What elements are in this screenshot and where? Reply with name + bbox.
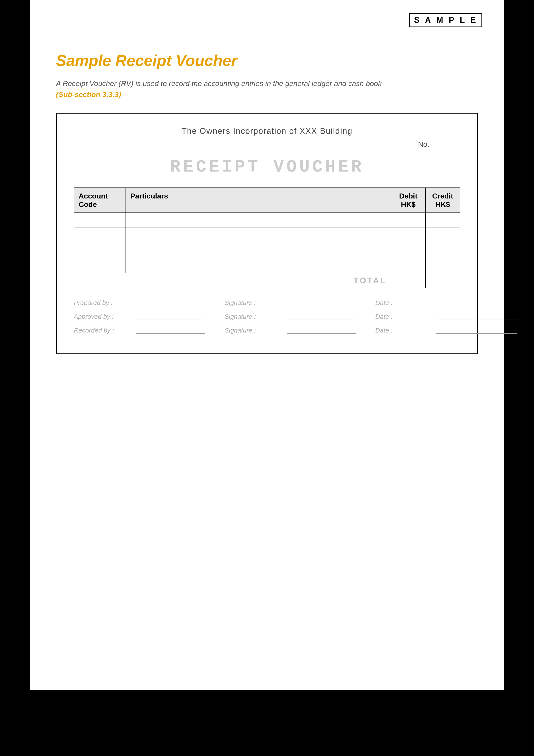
- table-row: [74, 243, 460, 258]
- voucher-number: No. ______: [74, 140, 460, 148]
- prepared-by-label: Prepared by :: [74, 299, 130, 307]
- cell-debit-2: [391, 228, 425, 243]
- total-debit: [391, 273, 425, 288]
- cell-credit-2: [425, 228, 460, 243]
- cell-debit-3: [391, 243, 425, 258]
- table-row: [74, 228, 460, 243]
- recorded-by-group: Recorded by :: [74, 327, 212, 334]
- sample-stamp: S A M P L E: [409, 13, 482, 27]
- total-row: TOTAL: [74, 273, 460, 288]
- prepared-date-label: Date :: [375, 299, 431, 307]
- table-row: [74, 258, 460, 273]
- th-credit: CreditHK$: [425, 188, 460, 213]
- recorded-signature-label: Signature :: [225, 327, 281, 334]
- signature-row-recorded: Recorded by : Signature : Date :: [74, 327, 460, 334]
- th-particulars: Particulars: [126, 188, 391, 213]
- approved-date-underline: [436, 313, 518, 320]
- table-header-row: Account Code Particulars DebitHK$ Credit…: [74, 188, 460, 213]
- total-label: TOTAL: [74, 273, 391, 288]
- total-credit: [425, 273, 460, 288]
- cell-particulars-2: [126, 228, 391, 243]
- prepared-signature-label: Signature :: [225, 299, 281, 307]
- voucher-title: RECEIPT VOUCHER: [74, 157, 460, 177]
- description-main: A Receipt Voucher (RV) is used to record…: [56, 79, 382, 88]
- signature-area: Prepared by : Signature : Date : Approve…: [74, 299, 460, 334]
- approved-signature-group: Signature :: [225, 313, 362, 320]
- cell-credit-4: [425, 258, 460, 273]
- cell-account-code-3: [74, 243, 126, 258]
- approved-by-underline: [136, 313, 205, 320]
- prepared-by-group: Prepared by :: [74, 299, 212, 307]
- approved-signature-underline: [287, 313, 356, 320]
- cell-particulars-3: [126, 243, 391, 258]
- page: S A M P L E Sample Receipt Voucher A Rec…: [30, 0, 504, 689]
- recorded-signature-group: Signature :: [225, 327, 362, 334]
- voucher-table: Account Code Particulars DebitHK$ Credit…: [74, 187, 460, 288]
- recorded-signature-underline: [287, 327, 356, 334]
- table-row: [74, 213, 460, 228]
- prepared-date-underline: [436, 300, 518, 306]
- description-highlight: (Sub-section 3.3.3): [56, 90, 121, 98]
- approved-date-group: Date :: [375, 313, 518, 320]
- voucher-box: The Owners Incorporation of XXX Building…: [56, 113, 478, 354]
- prepared-signature-group: Signature :: [225, 299, 362, 307]
- cell-particulars-4: [126, 258, 391, 273]
- approved-date-label: Date :: [375, 313, 431, 320]
- cell-account-code-4: [74, 258, 126, 273]
- org-name: The Owners Incorporation of XXX Building: [74, 126, 460, 136]
- signature-row-prepared: Prepared by : Signature : Date :: [74, 299, 460, 307]
- cell-particulars-1: [126, 213, 391, 228]
- approved-by-label: Approved by :: [74, 313, 130, 320]
- recorded-by-label: Recorded by :: [74, 327, 130, 334]
- prepared-date-group: Date :: [375, 299, 518, 307]
- approved-by-group: Approved by :: [74, 313, 212, 320]
- recorded-by-underline: [136, 327, 205, 334]
- cell-account-code-1: [74, 213, 126, 228]
- prepared-signature-underline: [287, 300, 356, 306]
- cell-credit-1: [425, 213, 460, 228]
- signature-row-approved: Approved by : Signature : Date :: [74, 313, 460, 320]
- prepared-by-underline: [136, 300, 205, 306]
- th-account-code: Account Code: [74, 188, 126, 213]
- recorded-date-label: Date :: [375, 327, 431, 334]
- voucher-header: The Owners Incorporation of XXX Building: [74, 126, 460, 136]
- cell-credit-3: [425, 243, 460, 258]
- cell-debit-1: [391, 213, 425, 228]
- page-title: Sample Receipt Voucher: [56, 52, 478, 69]
- recorded-date-underline: [436, 327, 518, 334]
- recorded-date-group: Date :: [375, 327, 518, 334]
- cell-debit-4: [391, 258, 425, 273]
- cell-account-code-2: [74, 228, 126, 243]
- th-debit: DebitHK$: [391, 188, 425, 213]
- approved-signature-label: Signature :: [225, 313, 281, 320]
- description-text: A Receipt Voucher (RV) is used to record…: [56, 78, 400, 100]
